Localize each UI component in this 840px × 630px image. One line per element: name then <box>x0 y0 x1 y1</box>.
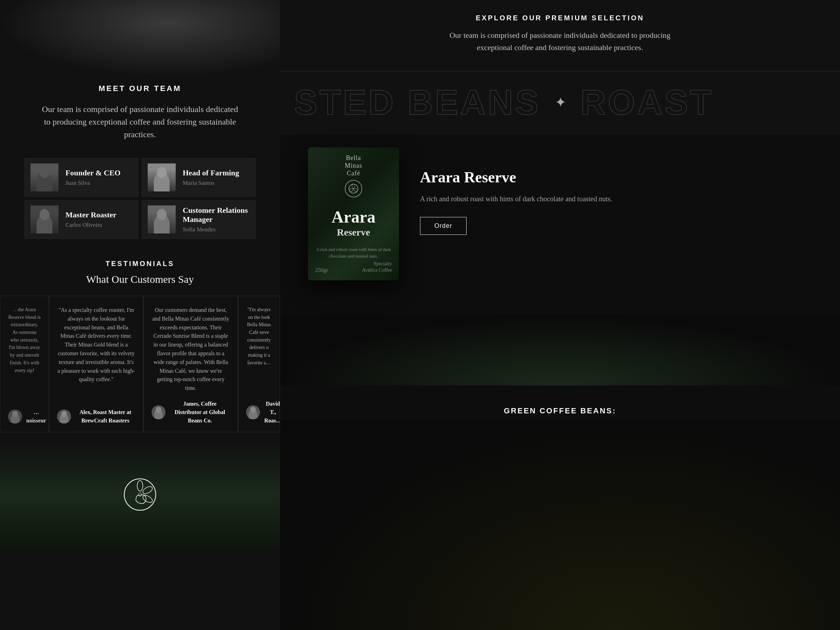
order-button[interactable]: Order <box>420 217 467 235</box>
testimonials-section: TESTIMONIALS What Our Customers Say …the… <box>0 239 280 443</box>
author-avatar-2 <box>57 409 71 423</box>
author-name-4: David T., Roas… <box>264 400 280 425</box>
bag-weight: 250gr <box>315 267 328 273</box>
brand-logo-icon <box>123 477 158 512</box>
bag-product-name: Arara Reserve <box>315 208 392 238</box>
team-photo-sofia <box>148 205 176 234</box>
testimonial-card-david: "I'm always on the look Bella Minas Café… <box>238 296 280 432</box>
testimonial-quote-2: "As a specialty coffee roaster, I'm alwa… <box>57 306 136 401</box>
testimonial-card-alex: "As a specialty coffee roaster, I'm alwa… <box>49 296 144 432</box>
team-name-sofia: Sofia Mendes <box>183 226 249 233</box>
team-role-juan: Founder & CEO <box>65 168 120 177</box>
testimonial-card-partial: …the Arara Reserve blend is extraordinar… <box>0 296 49 432</box>
bag-footer: 250gr Specialty Arabica Coffee <box>315 261 392 273</box>
beans-visual-area <box>280 495 840 630</box>
bag-type-line2: Arabica Coffee <box>362 267 392 273</box>
scoop-bowl <box>744 607 817 630</box>
team-card-juan: Founder & CEO Juan Silva <box>25 158 138 197</box>
meet-team-description: Our team is comprised of passionate indi… <box>38 103 242 141</box>
team-name-maria: Maria Santos <box>183 180 239 186</box>
team-info-juan: Founder & CEO Juan Silva <box>65 168 120 186</box>
explore-section: EXPLORE OUR PREMIUM SELECTION Our team i… <box>280 0 840 71</box>
testimonial-card-james: Our customers demand the best, and Bella… <box>144 296 238 432</box>
green-beans-section: GREEN COFFEE BEANS: Our green coffee bea… <box>280 385 840 495</box>
team-role-maria: Head of Farming <box>183 168 239 177</box>
bean-8 <box>764 578 771 584</box>
product-info: Arara Reserve A rich and robust roast wi… <box>420 147 812 235</box>
dark-middle <box>280 315 840 385</box>
bag-brand: Bella Minas Café <box>315 154 392 200</box>
author-name-1: …noisseur <box>26 408 46 425</box>
team-info-maria: Head of Farming Maria Santos <box>183 168 239 186</box>
right-panel: EXPLORE OUR PREMIUM SELECTION Our team i… <box>280 0 840 630</box>
testimonials-title: What Our Customers Say <box>0 273 280 285</box>
svg-point-0 <box>124 479 156 510</box>
team-card-maria: Head of Farming Maria Santos <box>142 158 256 197</box>
team-photo-maria <box>148 163 176 191</box>
scoop-handle <box>599 585 766 630</box>
team-role-sofia: Customer Relations Manager <box>183 206 249 224</box>
team-info-carlos: Master Roaster Carlos Oliveira <box>65 210 117 229</box>
bag-sub-name: Reserve <box>315 227 392 238</box>
green-beans-label: GREEN COFFEE BEANS: <box>308 406 812 415</box>
team-photo-juan <box>30 163 58 191</box>
left-panel: MEET OUR TEAM Our team is comprised of p… <box>0 0 280 630</box>
explore-label: EXPLORE OUR PREMIUM SELECTION <box>301 14 819 22</box>
beans-scatter <box>280 495 840 630</box>
team-card-carlos: Master Roaster Carlos Oliveira <box>25 200 138 239</box>
banner-separator-1: ✦ <box>555 94 567 111</box>
team-photo-carlos <box>30 205 58 234</box>
explore-description: Our team is comprised of passionate indi… <box>437 29 682 54</box>
bag-description: A rich and robust roast with hints of da… <box>315 246 392 259</box>
product-showcase: Bella Minas Café Arara <box>280 133 840 315</box>
footer-logo <box>123 477 158 513</box>
testimonial-quote-3: Our customers demand the best, and Bella… <box>152 306 230 393</box>
bag-logo-circle <box>345 180 362 197</box>
scrolling-banner: STED BEANS ✦ ROAST <box>280 71 840 133</box>
team-role-carlos: Master Roaster <box>65 210 117 219</box>
contact-us-button[interactable]: Contact Us <box>523 461 597 481</box>
product-bag-wrapper: Bella Minas Café Arara <box>308 147 399 280</box>
meet-team-label: MEET OUR TEAM <box>21 84 259 93</box>
brand-line1: Bella <box>346 154 361 161</box>
team-info-sofia: Customer Relations Manager Sofia Mendes <box>183 206 249 234</box>
bean-9 <box>637 622 645 630</box>
testimonial-author-4: David T., Roas… <box>246 400 272 425</box>
banner-text-2: ROAST <box>581 82 714 123</box>
banner-text-1: STED BEANS <box>294 82 541 123</box>
bag-type: Specialty Arabica Coffee <box>362 261 392 273</box>
testimonial-quote-1: …the Arara Reserve blend is extraordinar… <box>8 306 41 401</box>
team-grid: Founder & CEO Juan Silva Head of Farming… <box>21 158 259 239</box>
product-bag: Bella Minas Café Arara <box>308 147 399 280</box>
team-name-juan: Juan Silva <box>65 180 120 186</box>
brand-line2: Minas <box>345 162 362 169</box>
meet-team-section: MEET OUR TEAM Our team is comprised of p… <box>0 0 280 239</box>
footer-section <box>0 443 280 548</box>
product-desc: A rich and robust roast with hints of da… <box>420 193 812 204</box>
product-title: Arara Reserve <box>420 168 812 186</box>
team-card-sofia: Customer Relations Manager Sofia Mendes <box>142 200 256 239</box>
bag-brand-name: Bella Minas Café <box>315 154 392 177</box>
svg-point-6 <box>352 184 355 188</box>
svg-point-1 <box>137 480 143 491</box>
banner-inner: STED BEANS ✦ ROAST <box>280 82 840 123</box>
brand-line3: Café <box>347 170 360 177</box>
green-beans-description: Our green coffee beans are perfect for t… <box>403 422 717 447</box>
author-name-3: James, Coffee Distributor at Global Bean… <box>170 400 230 425</box>
bag-logo-svg <box>348 183 359 194</box>
author-name-2: Alex, Roast Master at BrewCraft Roasters <box>75 408 136 425</box>
bag-big-name: Arara <box>315 208 392 226</box>
testimonials-label: TESTIMONIALS <box>0 260 280 268</box>
author-avatar-3 <box>152 405 166 419</box>
svg-point-4 <box>138 493 142 496</box>
testimonials-row: …the Arara Reserve blend is extraordinar… <box>0 296 280 432</box>
testimonial-author-3: James, Coffee Distributor at Global Bean… <box>152 400 230 425</box>
svg-point-2 <box>142 485 154 495</box>
testimonial-author-1: …noisseur <box>8 408 41 425</box>
svg-point-5 <box>349 184 358 193</box>
bean-5 <box>665 608 672 616</box>
bag-type-line1: Specialty <box>374 261 392 266</box>
author-avatar-1 <box>8 409 22 423</box>
dark-middle-bg <box>280 315 840 385</box>
testimonial-author-2: Alex, Roast Master at BrewCraft Roasters <box>57 408 136 425</box>
